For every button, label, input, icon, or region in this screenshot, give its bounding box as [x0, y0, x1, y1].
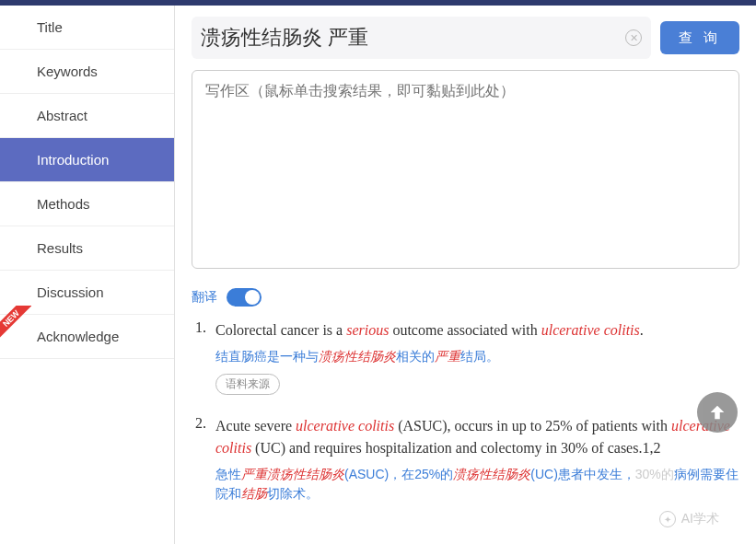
translate-toggle[interactable]: [227, 288, 262, 307]
results-list: 1.Colorectal cancer is a serious outcome…: [192, 319, 739, 503]
scroll-top-button[interactable]: [697, 392, 738, 433]
main-container: TitleKeywordsAbstractIntroductionMethods…: [0, 6, 756, 544]
result-number: 2.: [195, 415, 215, 503]
sidebar-item-methods[interactable]: Methods: [0, 182, 174, 226]
translate-row: 翻译: [192, 288, 739, 307]
source-button[interactable]: 语料来源: [215, 374, 280, 395]
writing-area[interactable]: [192, 70, 739, 269]
result-body: Acute severe ulcerative colitis (ASUC), …: [215, 415, 739, 503]
result-english: Colorectal cancer is a serious outcome a…: [215, 319, 739, 341]
result-chinese: 结直肠癌是一种与溃疡性结肠炎相关的严重结局。: [215, 347, 739, 366]
search-row: ✕ 查 询: [192, 17, 739, 59]
sidebar: TitleKeywordsAbstractIntroductionMethods…: [0, 6, 175, 544]
result-chinese: 急性严重溃疡性结肠炎(ASUC)，在25%的溃疡性结肠炎(UC)患者中发生，30…: [215, 465, 739, 503]
clear-icon[interactable]: ✕: [625, 29, 642, 46]
main-panel: ✕ 查 询 翻译 1.Colorectal cancer is a seriou…: [175, 6, 756, 544]
result-body: Colorectal cancer is a serious outcome a…: [215, 319, 739, 395]
arrow-up-icon: [707, 402, 727, 422]
wechat-icon: ✦: [659, 511, 676, 527]
sidebar-item-abstract[interactable]: Abstract: [0, 94, 174, 138]
sidebar-item-introduction[interactable]: Introduction: [0, 138, 174, 182]
watermark-text: AI学术: [681, 511, 719, 527]
search-input[interactable]: [201, 26, 620, 50]
translate-label: 翻译: [192, 289, 217, 306]
sidebar-item-acknowledge[interactable]: Acknowledge: [0, 315, 174, 359]
search-box: ✕: [192, 17, 651, 59]
watermark: ✦ AI学术: [659, 511, 719, 527]
result-item[interactable]: 1.Colorectal cancer is a serious outcome…: [195, 319, 739, 395]
sidebar-item-keywords[interactable]: Keywords: [0, 50, 174, 94]
query-button[interactable]: 查 询: [660, 21, 739, 54]
sidebar-item-results[interactable]: Results: [0, 226, 174, 271]
sidebar-item-title[interactable]: Title: [0, 6, 174, 50]
result-item[interactable]: 2.Acute severe ulcerative colitis (ASUC)…: [195, 415, 739, 503]
sidebar-item-discussion[interactable]: Discussion: [0, 271, 174, 315]
result-english: Acute severe ulcerative colitis (ASUC), …: [215, 415, 739, 459]
result-number: 1.: [195, 319, 215, 395]
